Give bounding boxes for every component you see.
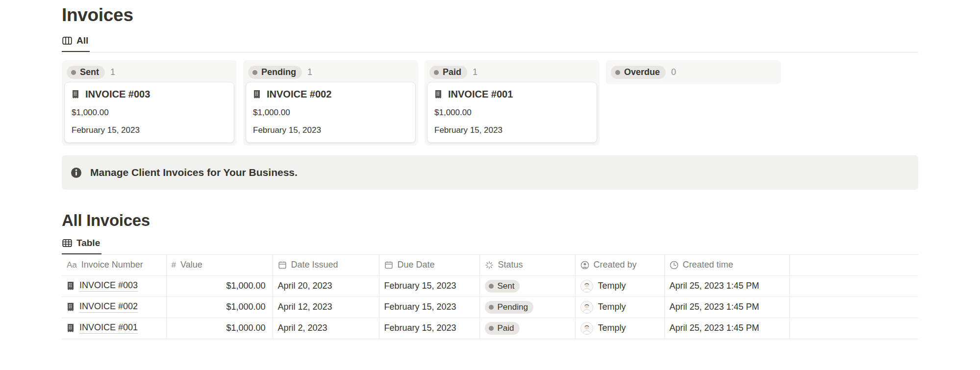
group-header: Sent 1 [65,63,234,82]
card-date: February 15, 2023 [434,125,590,135]
group-header: Overdue 0 [609,63,778,81]
group-status-pill[interactable]: Sent [67,66,105,79]
empty-cell [789,296,918,318]
card-title: INVOICE #001 [448,89,513,100]
group-header: Paid 1 [427,63,597,82]
board-group-overdue: Overdue 0 [606,60,781,84]
card-title: INVOICE #003 [85,89,150,100]
status-spinner-icon [485,261,494,270]
board-group-pending: Pending 1 INVOICE #002 $1,000.00 Februar… [243,60,418,146]
invoice-link[interactable]: INVOICE #002 [79,301,138,313]
receipt-icon [253,90,261,99]
avatar [580,322,593,335]
page-title: Invoices [62,5,918,25]
status-dot [489,284,494,289]
callout: Manage Client Invoices for Your Business… [62,155,918,190]
due-date-cell: February 15, 2023 [379,318,479,339]
invoice-board: Sent 1 INVOICE #003 $1,000.00 February 1… [62,60,918,146]
group-count: 1 [110,67,115,77]
board-group-sent: Sent 1 INVOICE #003 $1,000.00 February 1… [62,60,237,146]
receipt-icon [253,90,261,99]
group-label: Overdue [624,67,660,77]
group-status-pill[interactable]: Pending [248,66,302,79]
callout-text: Manage Client Invoices for Your Business… [90,167,298,178]
invoices-table: Aa Invoice Number # Value Date Issued Du… [62,255,918,339]
created-by-cell: Temply [580,301,659,314]
tab-table-label: Table [76,238,100,248]
status-dot [252,70,257,75]
table-row[interactable]: INVOICE #003 $1,000.00 April 20, 2023 Fe… [62,275,918,296]
table-view-icon [62,239,72,247]
receipt-icon [67,281,75,291]
card-value: $1,000.00 [72,108,227,118]
group-count: 1 [307,67,312,77]
card-value: $1,000.00 [434,108,590,118]
group-status-pill[interactable]: Overdue [611,66,666,79]
receipt-icon [67,302,75,312]
board-view-tabs: All [62,35,918,52]
text-type-icon: Aa [67,260,77,270]
status-dot [489,326,494,331]
group-label: Sent [80,67,99,77]
receipt-icon [72,90,79,99]
board-group-paid: Paid 1 INVOICE #001 $1,000.00 February 1… [425,60,600,146]
group-label: Paid [443,67,461,77]
tab-table[interactable]: Table [62,238,101,254]
status-dot [71,70,76,75]
status-dot [489,305,494,310]
column-header-invoice-number[interactable]: Aa Invoice Number [62,255,166,275]
status-dot [434,70,439,75]
invoices-page: Invoices All Sent 1 [0,0,980,339]
group-header: Pending 1 [246,63,415,82]
card-date: February 15, 2023 [72,125,227,135]
status-dot [615,70,620,75]
receipt-icon [434,90,442,99]
card-value: $1,000.00 [253,108,408,118]
group-status-pill[interactable]: Paid [429,66,467,79]
due-date-cell: February 15, 2023 [379,296,479,318]
group-label: Pending [261,67,296,77]
column-header-value[interactable]: # Value [166,255,273,275]
empty-cell [789,318,918,339]
invoice-link[interactable]: INVOICE #003 [79,280,138,292]
invoice-card[interactable]: INVOICE #002 $1,000.00 February 15, 2023 [246,82,415,143]
date-issued-cell: April 2, 2023 [273,318,379,339]
created-time-cell: April 25, 2023 1:45 PM [664,275,789,296]
column-header-date-issued[interactable]: Date Issued [273,255,379,275]
empty-cell [789,275,918,296]
invoice-card[interactable]: INVOICE #003 $1,000.00 February 15, 2023 [65,82,234,143]
calendar-icon [278,261,287,270]
status-badge: Paid [485,322,520,335]
avatar [580,301,593,314]
created-time-cell: April 25, 2023 1:45 PM [664,318,789,339]
person-icon [580,261,589,270]
status-badge: Pending [485,301,533,314]
tabs-divider [62,52,918,52]
calendar-icon [384,261,393,270]
invoice-card[interactable]: INVOICE #001 $1,000.00 February 15, 2023 [427,82,597,143]
column-header-status[interactable]: Status [479,255,575,275]
table-row[interactable]: INVOICE #001 $1,000.00 April 2, 2023 Feb… [62,318,918,339]
status-badge: Sent [485,280,520,293]
info-icon [71,167,82,178]
created-by-cell: Temply [580,322,659,335]
invoice-link[interactable]: INVOICE #001 [79,322,138,334]
table-header-row: Aa Invoice Number # Value Date Issued Du… [62,255,918,275]
due-date-cell: February 15, 2023 [379,275,479,296]
column-header-due-date[interactable]: Due Date [379,255,479,275]
card-date: February 15, 2023 [253,125,408,135]
created-time-cell: April 25, 2023 1:45 PM [664,296,789,318]
value-cell: $1,000.00 [166,275,273,296]
column-header-created-by[interactable]: Created by [575,255,664,275]
receipt-icon [67,323,75,333]
avatar [580,280,593,293]
column-header-created-time[interactable]: Created time [664,255,789,275]
receipt-icon [67,281,75,291]
clock-icon [670,261,678,270]
board-view-icon [62,36,72,45]
date-issued-cell: April 12, 2023 [273,296,379,318]
group-count: 1 [473,67,477,77]
table-row[interactable]: INVOICE #002 $1,000.00 April 12, 2023 Fe… [62,296,918,318]
value-cell: $1,000.00 [166,296,273,318]
tab-all[interactable]: All [62,35,90,52]
